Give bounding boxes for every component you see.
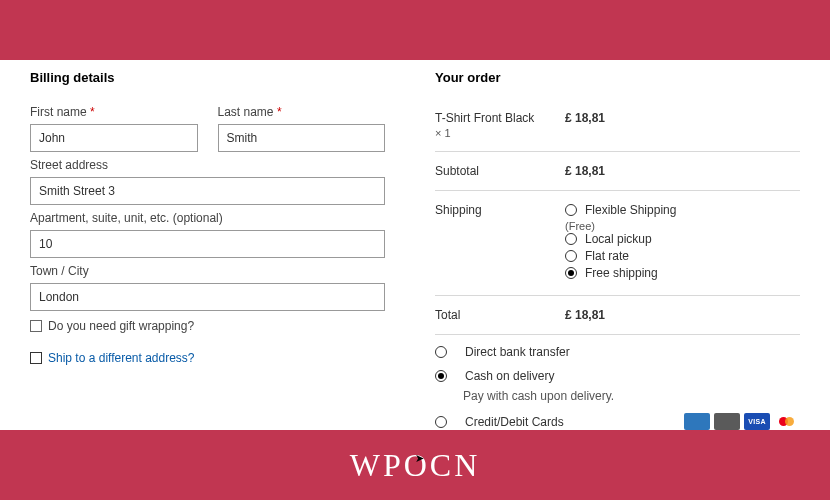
ship-different-row[interactable]: Ship to a different address? (30, 351, 385, 365)
product-price: £ 18,81 (565, 111, 605, 139)
pay-cash[interactable]: Cash on delivery (435, 369, 800, 383)
total-value: £ 18,81 (565, 308, 605, 322)
radio-icon[interactable] (565, 233, 577, 245)
ship-flat[interactable]: Flat rate (565, 249, 800, 263)
radio-icon[interactable] (565, 267, 577, 279)
discover-icon (714, 413, 740, 430)
shipping-label: Shipping (435, 203, 565, 217)
order-heading: Your order (435, 70, 800, 85)
pay-cash-note: Pay with cash upon delivery. (463, 389, 800, 403)
card-icons: VISA (684, 413, 800, 430)
city-label: Town / City (30, 264, 385, 278)
radio-icon[interactable] (435, 346, 447, 358)
product-qty: × 1 (435, 127, 565, 139)
product-name: T-Shirt Front Black (435, 111, 565, 125)
ship-different-checkbox[interactable] (30, 352, 42, 364)
last-name-field: Last name * (218, 105, 386, 152)
shipping-row: Shipping Flexible Shipping (Free) Local … (435, 197, 800, 289)
order-column: Your order T-Shirt Front Black × 1 £ 18,… (415, 70, 800, 430)
ship-flex-note: (Free) (565, 220, 800, 232)
ship-flex[interactable]: Flexible Shipping (565, 203, 800, 217)
amex-icon (684, 413, 710, 430)
total-row: Total £ 18,81 (435, 302, 800, 328)
city-field: Town / City (30, 264, 385, 311)
ship-pickup[interactable]: Local pickup (565, 232, 800, 246)
gift-wrap-checkbox[interactable] (30, 320, 42, 332)
apartment-input[interactable] (30, 230, 385, 258)
mastercard-icon (774, 413, 800, 430)
street-input[interactable] (30, 177, 385, 205)
pay-card[interactable]: Credit/Debit Cards VISA (435, 413, 800, 430)
product-row: T-Shirt Front Black × 1 £ 18,81 (435, 105, 800, 145)
last-name-input[interactable] (218, 124, 386, 152)
top-band (0, 0, 830, 60)
street-label: Street address (30, 158, 385, 172)
first-name-input[interactable] (30, 124, 198, 152)
subtotal-value: £ 18,81 (565, 164, 605, 178)
radio-icon[interactable] (565, 250, 577, 262)
checkout-content: Billing details First name * Last name *… (0, 60, 830, 430)
billing-column: Billing details First name * Last name *… (30, 70, 385, 430)
radio-icon[interactable] (565, 204, 577, 216)
apartment-field: Apartment, suite, unit, etc. (optional) (30, 211, 385, 258)
radio-icon[interactable] (435, 416, 447, 428)
ship-different-label: Ship to a different address? (48, 351, 195, 365)
billing-heading: Billing details (30, 70, 385, 85)
last-name-label: Last name * (218, 105, 386, 119)
visa-icon: VISA (744, 413, 770, 430)
first-name-field: First name * (30, 105, 198, 152)
radio-icon[interactable] (435, 370, 447, 382)
apartment-label: Apartment, suite, unit, etc. (optional) (30, 211, 385, 225)
first-name-label: First name * (30, 105, 198, 119)
logo-text: WPOCN (350, 447, 481, 484)
gift-wrap-row[interactable]: Do you need gift wrapping? (30, 319, 385, 333)
subtotal-row: Subtotal £ 18,81 (435, 158, 800, 184)
gift-wrap-label: Do you need gift wrapping? (48, 319, 194, 333)
street-field: Street address (30, 158, 385, 205)
city-input[interactable] (30, 283, 385, 311)
total-label: Total (435, 308, 565, 322)
subtotal-label: Subtotal (435, 164, 565, 178)
pay-bank[interactable]: Direct bank transfer (435, 345, 800, 359)
footer-band: WPOCN (0, 430, 830, 500)
ship-free[interactable]: Free shipping (565, 266, 800, 280)
